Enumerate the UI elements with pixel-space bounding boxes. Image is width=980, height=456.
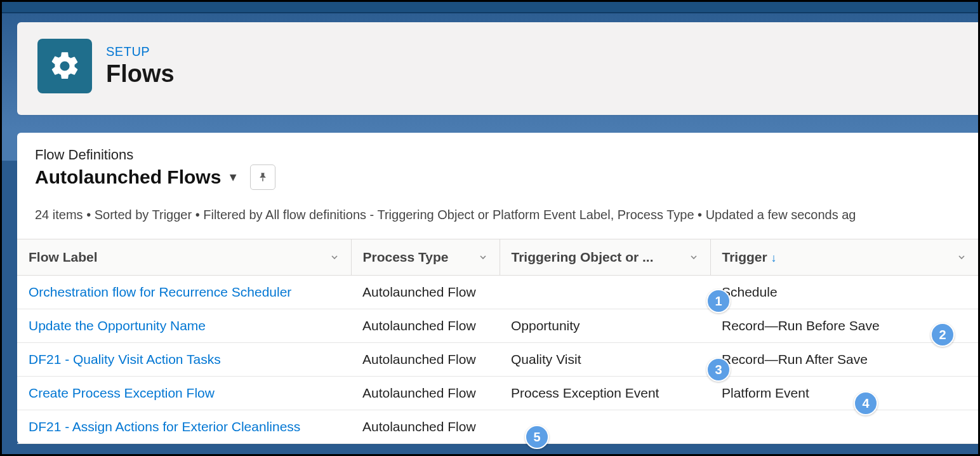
sort-arrow-down-icon: ↓: [771, 251, 777, 264]
flow-label-link[interactable]: Orchestration flow for Recurrence Schedu…: [17, 276, 351, 309]
page-eyebrow: SETUP: [106, 44, 175, 59]
callout-bubble-2: 2: [930, 323, 955, 347]
chevron-down-icon: [957, 252, 967, 262]
triggering-object-cell: Process Exception Event: [500, 377, 710, 410]
process-type-cell: Autolaunched Flow: [351, 377, 500, 410]
triggering-object-cell: [500, 276, 710, 309]
flow-label-link[interactable]: Create Process Exception Flow: [17, 377, 351, 410]
col-header-trigger[interactable]: Trigger ↓: [710, 239, 978, 276]
callout-bubble-5: 5: [525, 425, 549, 449]
setup-gear-icon: [37, 39, 92, 93]
callout-bubble-3: 3: [706, 358, 731, 382]
table-row: Update the Opportunity Name Autolaunched…: [17, 309, 978, 343]
table-row: Orchestration flow for Recurrence Schedu…: [17, 276, 978, 309]
flow-label-link[interactable]: DF21 - Assign Actions for Exterior Clean…: [17, 410, 351, 444]
col-header-flow-label[interactable]: Flow Label: [17, 239, 351, 276]
process-type-cell: Autolaunched Flow: [351, 343, 500, 377]
chevron-down-icon: [689, 252, 699, 262]
col-header-triggering-object[interactable]: Triggering Object or ...: [500, 239, 710, 276]
list-view-card: Flow Definitions Autolaunched Flows ▼ 24…: [17, 133, 978, 444]
process-type-cell: Autolaunched Flow: [351, 410, 500, 444]
col-text: Triggering Object or ...: [512, 250, 654, 265]
trigger-cell: Platform Event: [710, 377, 978, 410]
trigger-cell: [710, 410, 978, 444]
page-header: SETUP Flows: [17, 22, 978, 115]
list-meta-text: 24 items • Sorted by Trigger • Filtered …: [35, 208, 960, 222]
caret-down-icon: ▼: [227, 171, 239, 184]
table-row: DF21 - Quality Visit Action Tasks Autola…: [17, 343, 978, 377]
table-row: Create Process Exception Flow Autolaunch…: [17, 377, 978, 410]
flow-label-link[interactable]: Update the Opportunity Name: [17, 309, 351, 343]
chevron-down-icon: [329, 252, 340, 262]
trigger-cell: Record—Run After Save: [710, 343, 978, 377]
table-row: DF21 - Assign Actions for Exterior Clean…: [17, 410, 978, 444]
list-view-picker[interactable]: Autolaunched Flows ▼: [35, 166, 239, 188]
app-top-bar: [2, 2, 978, 13]
list-view-name: Autolaunched Flows: [35, 166, 221, 188]
callout-bubble-1: 1: [706, 289, 731, 313]
trigger-cell: Schedule: [710, 276, 978, 309]
pin-list-button[interactable]: [250, 164, 275, 190]
triggering-object-cell: Quality Visit: [500, 343, 710, 377]
flows-table: Flow Label Process Type Triggering Objec…: [17, 239, 978, 444]
col-text: Process Type: [363, 250, 449, 265]
flow-label-link[interactable]: DF21 - Quality Visit Action Tasks: [17, 343, 351, 377]
process-type-cell: Autolaunched Flow: [351, 276, 500, 309]
col-text: Flow Label: [29, 250, 98, 265]
callout-bubble-4: 4: [854, 391, 878, 415]
process-type-cell: Autolaunched Flow: [351, 309, 500, 343]
triggering-object-cell: Opportunity: [500, 309, 710, 343]
col-header-process-type[interactable]: Process Type: [351, 239, 500, 276]
col-text: Trigger: [722, 250, 767, 264]
object-label: Flow Definitions: [35, 147, 960, 163]
chevron-down-icon: [478, 252, 488, 262]
page-title: Flows: [106, 60, 175, 88]
